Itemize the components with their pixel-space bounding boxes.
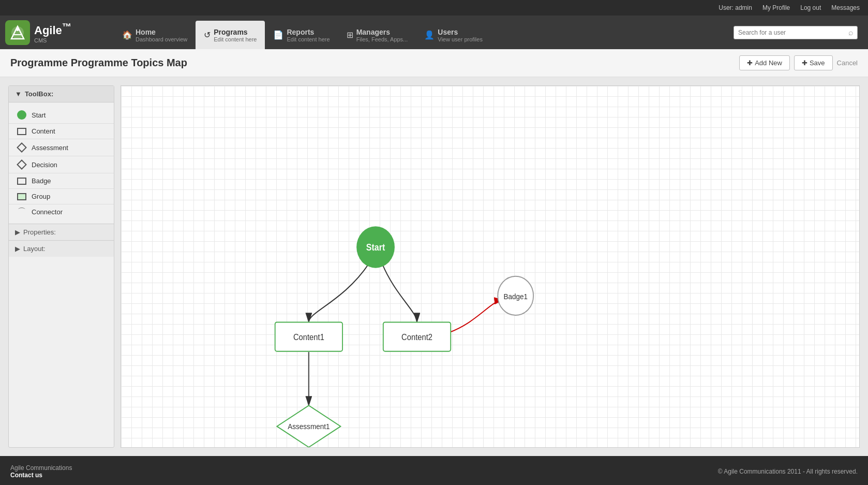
programs-icon: ↺ — [204, 30, 211, 40]
layout-label: Layout: — [23, 245, 46, 253]
brand-name: Agile™ — [34, 24, 71, 37]
tab-home-sub: Dashboard overview — [136, 36, 187, 42]
plus-icon: ✚ — [747, 59, 753, 67]
save-button[interactable]: ✚ Save — [794, 55, 833, 70]
toolbox-connector-label: Connector — [32, 208, 63, 216]
search-area — [734, 26, 863, 39]
canvas-area[interactable]: Start Content1 Content2 Badge1 Assessmen… — [121, 85, 860, 448]
main-content: ▼ ToolBox: Start Content Assessment Deci… — [0, 77, 868, 456]
page-title-bar: Programme Programme Topics Map ✚ Add New… — [0, 49, 868, 77]
reports-icon: 📄 — [273, 30, 283, 40]
footer: Agile Communications Contact us © Agile … — [0, 456, 868, 485]
tab-home-title: Home — [136, 28, 187, 36]
assessment-shape-icon — [17, 142, 27, 153]
toolbox-item-connector[interactable]: ⌒ Connector — [9, 204, 114, 219]
toolbox-item-assessment[interactable]: Assessment — [9, 139, 114, 156]
logo-text: Agile™ CMS — [34, 21, 71, 43]
group-shape-icon — [17, 193, 26, 200]
diagram-canvas[interactable]: Start Content1 Content2 Badge1 Assessmen… — [121, 86, 859, 447]
tab-managers-sub: Files, Feeds, Apps... — [356, 36, 408, 42]
toolbox-items: Start Content Assessment Decision Badge … — [9, 102, 114, 224]
toolbox-decision-label: Decision — [32, 161, 57, 169]
node-badge1-label: Badge1 — [503, 292, 528, 301]
toolbox-collapse-icon: ▼ — [15, 90, 22, 98]
header: Agile™ CMS 🏠 Home Dashboard overview ↺ P… — [0, 16, 868, 49]
messages-link[interactable]: Messages — [831, 4, 860, 11]
node-content1-label: Content1 — [293, 333, 324, 342]
toolbox: ▼ ToolBox: Start Content Assessment Deci… — [8, 85, 114, 448]
nav-tabs: 🏠 Home Dashboard overview ↺ Programs Edi… — [109, 16, 734, 49]
tab-home[interactable]: 🏠 Home Dashboard overview — [114, 21, 196, 49]
layout-expand-icon: ▶ — [15, 245, 20, 253]
page-title: Programme Programme Topics Map — [10, 57, 187, 69]
toolbox-badge-label: Badge — [32, 177, 51, 185]
logo-icon — [5, 20, 30, 45]
logo: Agile™ CMS — [5, 20, 109, 45]
logout-link[interactable]: Log out — [800, 4, 821, 11]
edge-start-content2 — [382, 263, 417, 322]
tab-managers-title: Managers — [356, 28, 408, 36]
content-shape-icon — [17, 128, 26, 135]
toolbox-start-label: Start — [32, 111, 46, 119]
tab-programs-sub: Edit content here — [214, 36, 257, 42]
connector-shape-icon: ⌒ — [17, 209, 26, 216]
footer-contact[interactable]: Contact us — [10, 472, 72, 479]
node-assessment1-label: Assessment1 — [288, 422, 330, 431]
toolbox-item-start[interactable]: Start — [9, 107, 114, 124]
edge-start-content1 — [309, 263, 369, 322]
tab-programs-title: Programs — [214, 28, 257, 36]
toolbox-item-decision[interactable]: Decision — [9, 156, 114, 173]
toolbox-content-label: Content — [32, 127, 55, 135]
layout-section[interactable]: ▶ Layout: — [9, 240, 114, 257]
brand-sub: CMS — [34, 37, 71, 43]
home-icon: 🏠 — [122, 30, 132, 40]
toolbox-group-label: Group — [32, 193, 50, 200]
save-icon: ✚ — [802, 59, 807, 67]
decision-shape-icon — [17, 159, 27, 170]
users-icon: 👤 — [424, 30, 435, 40]
cancel-button[interactable]: Cancel — [837, 59, 858, 67]
tab-users-title: Users — [438, 28, 483, 36]
svg-point-1 — [16, 28, 19, 31]
properties-section[interactable]: ▶ Properties: — [9, 224, 114, 240]
badge-shape-icon — [17, 178, 26, 185]
properties-expand-icon: ▶ — [15, 228, 20, 236]
footer-copyright: © Agile Communications 2011 - All rights… — [718, 468, 858, 475]
start-shape-icon — [17, 110, 26, 120]
properties-label: Properties: — [23, 228, 56, 236]
toolbox-item-badge[interactable]: Badge — [9, 173, 114, 189]
search-wrap — [734, 26, 858, 39]
toolbox-header[interactable]: ▼ ToolBox: — [9, 86, 114, 102]
tab-users[interactable]: 👤 Users View user profiles — [416, 21, 491, 49]
tab-programs[interactable]: ↺ Programs Edit content here — [196, 21, 265, 49]
search-input[interactable] — [734, 26, 858, 39]
node-start-label: Start — [366, 242, 385, 253]
toolbox-assessment-label: Assessment — [32, 144, 68, 152]
managers-icon: ⊞ — [347, 30, 353, 40]
tab-reports-sub: Edit content here — [287, 36, 330, 42]
add-new-button[interactable]: ✚ Add New — [739, 55, 790, 70]
top-bar: User: admin My Profile Log out Messages — [0, 0, 868, 16]
toolbox-item-content[interactable]: Content — [9, 124, 114, 139]
tab-reports-title: Reports — [287, 28, 330, 36]
page-actions: ✚ Add New ✚ Save Cancel — [739, 55, 858, 70]
footer-left: Agile Communications Contact us — [10, 464, 72, 479]
user-info: User: admin — [719, 4, 752, 11]
footer-company: Agile Communications — [10, 464, 72, 472]
toolbox-item-group[interactable]: Group — [9, 189, 114, 204]
my-profile-link[interactable]: My Profile — [762, 4, 790, 11]
tab-users-sub: View user profiles — [438, 36, 483, 42]
tab-managers[interactable]: ⊞ Managers Files, Feeds, Apps... — [338, 21, 416, 49]
edge-content2-badge1 — [449, 300, 503, 332]
toolbox-title: ToolBox: — [25, 90, 53, 98]
tab-reports[interactable]: 📄 Reports Edit content here — [265, 21, 338, 49]
node-content2-label: Content2 — [401, 333, 432, 342]
